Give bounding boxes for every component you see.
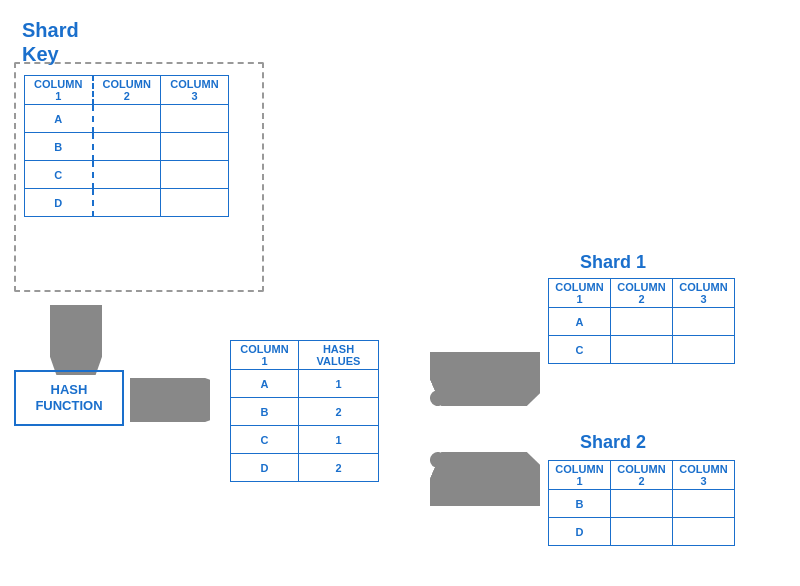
shard1-a-col3 [673,308,735,336]
shard1-title: Shard 1 [580,252,646,273]
hash-values-table: COLUMN1 HASHVALUES A 1 B 2 C 1 D 2 [230,340,379,482]
shard1-c-col2 [611,336,673,364]
source-d-col1: D [25,189,93,217]
source-a-col2 [93,105,161,133]
shard2-col2-header: COLUMN2 [611,461,673,490]
hash-b-col1: B [231,398,299,426]
source-b-col2 [93,133,161,161]
source-row-d: D [25,189,229,217]
svg-line-7 [438,460,526,498]
shard1-col1-header: COLUMN1 [549,279,611,308]
source-a-col1: A [25,105,93,133]
hash-c-col1: C [231,426,299,454]
shard1-c-col1: C [549,336,611,364]
source-b-col1: B [25,133,93,161]
shard2-row-d: D [549,518,735,546]
hash-row-b: B 2 [231,398,379,426]
shard2-d-col2 [611,518,673,546]
source-c-col3 [161,161,229,189]
source-d-col3 [161,189,229,217]
shard1-c-col3 [673,336,735,364]
shard2-d-col3 [673,518,735,546]
hash-a-col1: A [231,370,299,398]
source-c-col2 [93,161,161,189]
shard2-title: Shard 2 [580,432,646,453]
source-table: COLUMN1 COLUMN2 COLUMN3 A B C D [24,75,229,217]
arrow-down-icon [50,305,102,375]
source-col1-header: COLUMN1 [25,76,93,105]
shard1-row-c: C [549,336,735,364]
hash-d-value: 2 [299,454,379,482]
hash-function-box: HASHFUNCTION [14,370,124,426]
source-b-col3 [161,133,229,161]
hash-row-a: A 1 [231,370,379,398]
hash-row-c: C 1 [231,426,379,454]
source-row-c: C [25,161,229,189]
hash-values-header: HASHVALUES [299,341,379,370]
arrow-right-hash-icon [130,378,210,422]
source-d-col2 [93,189,161,217]
shard1-a-col2 [611,308,673,336]
shard2-table: COLUMN1 COLUMN2 COLUMN3 B D [548,460,735,546]
source-col3-header: COLUMN3 [161,76,229,105]
shard2-d-col1: D [549,518,611,546]
hash-d-col1: D [231,454,299,482]
hash-col1-header: COLUMN1 [231,341,299,370]
svg-line-5 [438,360,526,398]
shard2-b-col2 [611,490,673,518]
arrow-to-shard1-icon [430,352,540,406]
shard1-table: COLUMN1 COLUMN2 COLUMN3 A C [548,278,735,364]
hash-row-d: D 2 [231,454,379,482]
shard1-col2-header: COLUMN2 [611,279,673,308]
shard1-a-col1: A [549,308,611,336]
shard-key-title: ShardKey [22,18,79,66]
shard1-row-a: A [549,308,735,336]
hash-c-value: 1 [299,426,379,454]
shard2-row-b: B [549,490,735,518]
arrow-to-shard2-icon [430,452,540,506]
source-row-a: A [25,105,229,133]
source-c-col1: C [25,161,93,189]
source-a-col3 [161,105,229,133]
shard1-col3-header: COLUMN3 [673,279,735,308]
shard2-b-col1: B [549,490,611,518]
hash-a-value: 1 [299,370,379,398]
shard2-col1-header: COLUMN1 [549,461,611,490]
source-row-b: B [25,133,229,161]
source-col2-header: COLUMN2 [93,76,161,105]
shard2-b-col3 [673,490,735,518]
shard2-col3-header: COLUMN3 [673,461,735,490]
hash-b-value: 2 [299,398,379,426]
